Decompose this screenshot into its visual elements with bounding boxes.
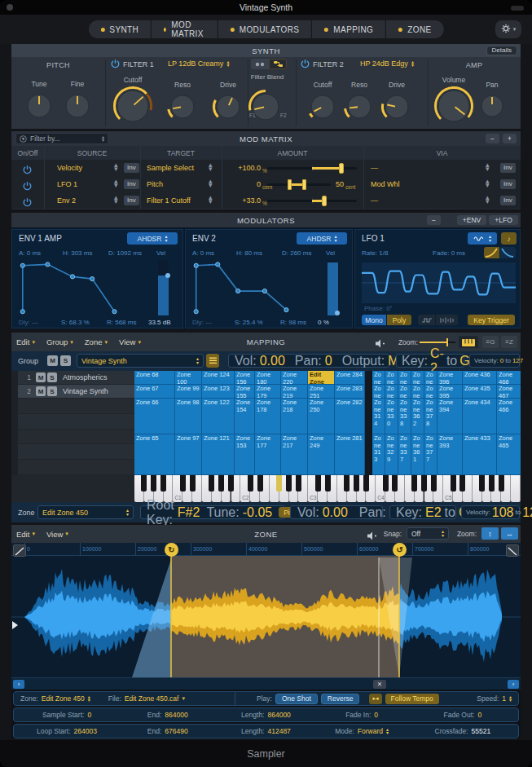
matrix-amount-value[interactable]: +33.0% <box>225 196 261 205</box>
knob-pan[interactable] <box>477 90 508 121</box>
loop-mode-button[interactable]: ▸◂ <box>369 694 381 704</box>
waveform-scrollbar[interactable]: › ✕ ‹ <box>11 677 521 690</box>
piano-key-black[interactable] <box>180 475 186 491</box>
tab-zone[interactable]: ZONE <box>386 20 443 38</box>
zone-cell[interactable]: Zone 337 <box>398 434 411 475</box>
piano-key-black[interactable] <box>151 475 156 491</box>
follow-tempo-button[interactable]: Follow Tempo <box>385 694 439 704</box>
zone-cell[interactable]: Zone 465 <box>497 434 521 475</box>
knob-f2_cutoff[interactable] <box>306 90 339 123</box>
zone-cell[interactable]: Zone 361 <box>411 434 424 475</box>
lfo-shape-random-button[interactable] <box>436 315 458 325</box>
details-button[interactable]: Details <box>486 46 517 55</box>
piano-key-black[interactable] <box>479 475 485 491</box>
zone-cell[interactable]: Zone 394 <box>437 399 463 434</box>
sample-value[interactable]: 864000 <box>165 711 187 719</box>
lfo-phase[interactable]: Phase: 0° <box>364 305 393 312</box>
vel-handle[interactable] <box>335 311 340 315</box>
matrix-source-inv[interactable]: Inv <box>124 179 139 189</box>
matrix-source[interactable]: Velocity <box>57 164 82 172</box>
range-handle-left[interactable] <box>288 179 292 190</box>
matrix-amount-range-slider[interactable] <box>267 183 331 186</box>
group-mute-button[interactable]: M <box>47 355 58 366</box>
zone-cell[interactable]: Zone 99 <box>175 385 202 399</box>
lfo-mono-button[interactable]: Mono <box>362 315 386 325</box>
lfo-fade-in-button[interactable] <box>484 247 499 258</box>
zone-cell[interactable]: Zone 97 <box>175 434 202 475</box>
file-dropdown[interactable]: Edit Zone 450.caf <box>125 694 179 703</box>
group-mute-button[interactable]: M <box>36 386 46 396</box>
power-icon[interactable] <box>111 60 120 68</box>
mapping-zoom-slider[interactable] <box>420 342 455 343</box>
mode-dropdown[interactable]: AHDSR <box>297 232 347 245</box>
mapping-menu-edit[interactable]: Edit▾ <box>16 337 35 346</box>
group-solo-button[interactable]: S <box>60 355 71 366</box>
zone-cell[interactable]: Zone 436 <box>463 371 497 385</box>
zone-cell[interactable]: Zone 218 <box>281 399 308 434</box>
group-name-dropdown[interactable]: Vintage Synth <box>77 354 204 368</box>
zone-cell[interactable]: Zone 330 <box>385 399 398 434</box>
tab-modulators[interactable]: MODULATORS <box>218 20 312 38</box>
lfo-waveform-display[interactable] <box>362 262 516 303</box>
scroll-left-button[interactable]: › <box>13 680 24 689</box>
loop-value[interactable]: 55521 <box>472 727 491 735</box>
one-shot-button[interactable]: One Shot <box>275 694 318 704</box>
zone-cell[interactable]: Zone 435 <box>463 385 497 399</box>
zone-cell-selected[interactable]: Edit Zone 450 <box>308 371 335 385</box>
zone-cell[interactable]: Zone 250 <box>308 399 335 434</box>
loop-start-marker[interactable]: ↻ <box>165 543 178 557</box>
knob-f1_reso[interactable] <box>166 90 199 123</box>
sample-value[interactable]: 864000 <box>267 711 290 719</box>
piano-key-black[interactable] <box>257 475 263 491</box>
zone-cell[interactable]: Zone … <box>372 385 385 399</box>
knob-f1_cutoff[interactable] <box>112 86 153 126</box>
zone-cell[interactable]: Zone … <box>424 385 437 399</box>
sample-value[interactable]: 0 <box>374 711 378 719</box>
zone-cell[interactable]: Zone … <box>424 371 437 385</box>
envelope-graph[interactable] <box>19 260 150 315</box>
zone-vel-high[interactable]: 127 <box>522 505 532 520</box>
slider-handle[interactable] <box>322 196 327 206</box>
zone-cell[interactable]: Zone 66 <box>134 399 175 434</box>
zoom-vertical-button[interactable]: ↕ <box>481 527 499 540</box>
loop-value[interactable]: 264003 <box>74 727 97 735</box>
zone-cell[interactable]: Zone … <box>398 385 411 399</box>
zone-cell[interactable]: Zone 217 <box>281 434 308 475</box>
group-row[interactable]: 2MSVintage Synth <box>18 385 134 399</box>
sample-value[interactable]: 0 <box>87 711 91 719</box>
zone-cell[interactable]: Zone 179 <box>255 385 281 399</box>
piano-key-black[interactable] <box>499 475 504 491</box>
matrix-target[interactable]: Filter 1 Cutoff <box>147 196 191 205</box>
matrix-via-inv[interactable]: Inv <box>500 163 516 173</box>
parallel-routing-button[interactable] <box>269 59 287 69</box>
add-env-button[interactable]: +ENV <box>457 215 486 225</box>
lfo-rate[interactable]: Rate: 1/8 <box>362 249 388 257</box>
zone-cell[interactable]: Zone 100 <box>175 371 202 385</box>
slider-handle[interactable] <box>339 163 344 174</box>
piano-key-black[interactable] <box>392 475 398 491</box>
matrix-remove-button[interactable]: − <box>486 134 499 143</box>
zone-tune-value[interactable]: -0.05 <box>243 505 272 520</box>
zone-cell[interactable]: Zone … <box>411 385 424 399</box>
sample-value[interactable]: 0 <box>477 711 481 719</box>
zone-cell[interactable]: Zone … <box>385 385 398 399</box>
zone-rootkey-value[interactable]: F#2 <box>178 505 200 520</box>
zone-cell[interactable]: Zone 178 <box>255 399 281 434</box>
modulator-remove-button[interactable]: − <box>427 215 441 225</box>
power-icon[interactable] <box>23 182 32 191</box>
zone-vol-value[interactable]: 0.00 <box>323 505 348 520</box>
group-view-button[interactable]: ≡G <box>482 336 499 348</box>
matrix-amount-right-value[interactable]: 50cent <box>336 180 344 188</box>
zone-cell[interactable]: Zone 220 <box>281 371 308 385</box>
matrix-via-inv[interactable]: Inv <box>500 196 516 205</box>
piano-key-black[interactable] <box>344 475 350 491</box>
matrix-via[interactable]: — <box>371 196 378 205</box>
zone-cell[interactable]: Zone 377 <box>424 434 437 475</box>
zone-cell[interactable]: Zone 284 <box>335 371 365 385</box>
env-vel-slider[interactable] <box>158 260 169 315</box>
waveform-canvas[interactable] <box>11 556 521 677</box>
zone-cell[interactable]: Zone 180 <box>255 371 281 385</box>
zone-cell[interactable]: Zone … <box>372 371 385 385</box>
lfo-fade[interactable]: Fade: 0 ms <box>433 249 465 257</box>
group-mute-button[interactable]: M <box>36 372 46 382</box>
